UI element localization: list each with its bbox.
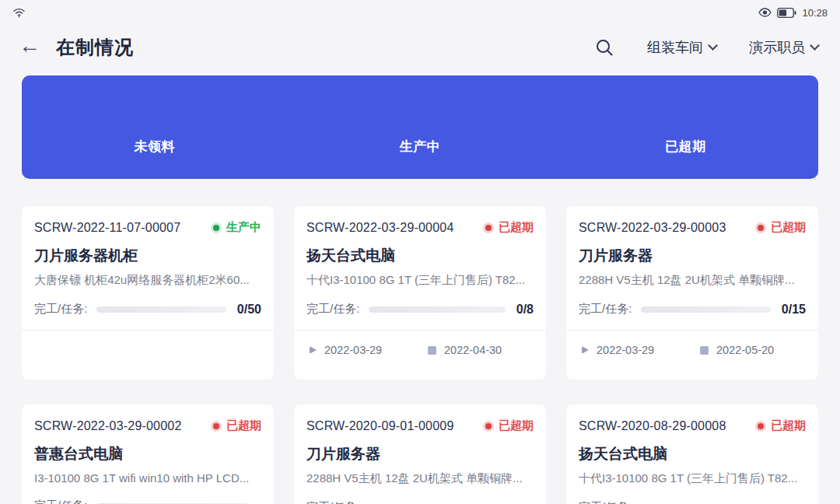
page-header: ← 在制情况 组装车间 演示职员 bbox=[0, 20, 840, 65]
staff-dropdown-label: 演示职员 bbox=[749, 38, 805, 57]
product-description: I3-10100 8G 1T wifi win10 with HP LCD... bbox=[22, 471, 274, 485]
product-description: 十代I3-10100 8G 1T (三年上门售后) T82... bbox=[566, 471, 818, 486]
workshop-dropdown[interactable]: 组装车间 bbox=[647, 38, 716, 57]
progress-label: 完工/任务: bbox=[34, 302, 87, 317]
status-dot-icon bbox=[485, 225, 492, 231]
battery-icon bbox=[777, 8, 796, 18]
progress-row: 完工/任务: bbox=[22, 499, 274, 504]
status-label: 已超期 bbox=[771, 220, 806, 235]
cards-grid: SCRW-2022-11-07-00007 生产中 刀片服务器机柜 大唐保镖 机… bbox=[22, 206, 818, 504]
status-label: 已超期 bbox=[226, 418, 261, 433]
status-label: 已超期 bbox=[771, 418, 806, 433]
back-button[interactable]: ← bbox=[19, 35, 40, 57]
progress-label: 完工/任务: bbox=[579, 500, 632, 504]
progress-row: 完工/任务: 0/50 bbox=[22, 302, 274, 317]
status-badge: 已超期 bbox=[485, 418, 534, 433]
start-date-group: 2022-03-29 bbox=[310, 344, 390, 356]
product-description: 2288H V5主机 12盘 2U机架式 单颗铜牌... bbox=[566, 273, 818, 288]
card-top-row: SCRW-2022-03-29-00004 已超期 bbox=[294, 206, 546, 235]
start-date-group: 2022-03-29 bbox=[582, 344, 663, 356]
status-badge: 已超期 bbox=[213, 418, 261, 433]
status-badge: 已超期 bbox=[758, 220, 806, 235]
progress-row: 完工/任务: bbox=[294, 500, 546, 504]
stop-icon bbox=[700, 346, 709, 355]
progress-value: 0/8 bbox=[516, 303, 534, 317]
card-footer: 2022-03-29 2022-04-30 bbox=[294, 331, 546, 369]
product-title: 刀片服务器机柜 bbox=[22, 246, 274, 266]
card-top-row: SCRW-2022-11-07-00007 生产中 bbox=[22, 206, 274, 235]
work-order-card[interactable]: SCRW-2020-08-29-00008 已超期 扬天台式电脑 十代I3-10… bbox=[566, 404, 818, 504]
start-date-group bbox=[37, 346, 118, 354]
product-title: 扬天台式电脑 bbox=[566, 444, 818, 464]
progress-row: 完工/任务: bbox=[566, 500, 818, 504]
card-top-row: SCRW-2022-03-29-00003 已超期 bbox=[566, 206, 818, 235]
status-dot-icon bbox=[213, 225, 219, 231]
status-label: 已超期 bbox=[499, 220, 534, 235]
status-bar: 10:28 bbox=[0, 0, 840, 20]
tab-in-production[interactable]: 生产中 bbox=[287, 75, 552, 179]
status-dot-icon bbox=[758, 423, 764, 429]
chevron-down-icon bbox=[810, 40, 820, 51]
product-description: 2288H V5主机 12盘 2U机架式 单颗铜牌... bbox=[294, 471, 546, 486]
work-order-card[interactable]: SCRW-2022-03-29-00004 已超期 扬天台式电脑 十代I3-10… bbox=[294, 206, 546, 380]
progress-bar bbox=[369, 306, 505, 313]
status-dot-icon bbox=[485, 423, 492, 429]
order-code: SCRW-2022-11-07-00007 bbox=[34, 221, 180, 235]
workshop-dropdown-label: 组装车间 bbox=[647, 38, 703, 57]
start-date: 2022-03-29 bbox=[324, 344, 382, 356]
status-badge: 生产中 bbox=[213, 220, 261, 235]
card-footer bbox=[22, 331, 274, 369]
end-date-group bbox=[156, 346, 236, 355]
end-date-group: 2022-04-30 bbox=[428, 344, 509, 356]
product-title: 刀片服务器 bbox=[294, 444, 546, 464]
card-top-row: SCRW-2022-03-29-00002 已超期 bbox=[22, 404, 274, 433]
progress-label: 完工/任务: bbox=[34, 499, 87, 504]
order-code: SCRW-2020-09-01-00009 bbox=[306, 419, 454, 433]
product-title: 刀片服务器 bbox=[566, 246, 818, 266]
progress-label: 完工/任务: bbox=[579, 302, 632, 317]
chevron-down-icon bbox=[708, 40, 718, 51]
progress-bar bbox=[641, 306, 771, 313]
page-title: 在制情况 bbox=[56, 35, 134, 60]
play-icon bbox=[582, 346, 589, 354]
staff-dropdown[interactable]: 演示职员 bbox=[749, 38, 818, 57]
product-description: 十代I3-10100 8G 1T (三年上门售后) T82... bbox=[294, 273, 546, 288]
card-footer: 2022-03-29 2022-05-20 bbox=[566, 331, 818, 369]
stop-icon bbox=[428, 346, 436, 355]
order-code: SCRW-2020-08-29-00008 bbox=[579, 419, 726, 433]
tab-not-picked[interactable]: 未领料 bbox=[22, 75, 287, 179]
card-top-row: SCRW-2020-09-01-00009 已超期 bbox=[294, 404, 546, 433]
progress-label: 完工/任务: bbox=[306, 302, 359, 317]
progress-value: 0/50 bbox=[237, 303, 261, 317]
play-icon bbox=[310, 346, 317, 354]
status-dot-icon bbox=[758, 225, 764, 231]
product-title: 普惠台式电脑 bbox=[22, 444, 274, 464]
product-description: 大唐保镖 机柜42u网络服务器机柜2米60... bbox=[22, 273, 274, 288]
status-badge: 已超期 bbox=[485, 220, 534, 235]
status-dot-icon bbox=[213, 423, 219, 429]
tab-overdue[interactable]: 已超期 bbox=[553, 75, 818, 179]
summary-banner: 未领料 生产中 已超期 bbox=[22, 75, 818, 179]
status-label: 生产中 bbox=[226, 220, 261, 235]
start-date: 2022-03-29 bbox=[597, 344, 654, 356]
card-top-row: SCRW-2020-08-29-00008 已超期 bbox=[566, 404, 818, 433]
work-order-card[interactable]: SCRW-2022-03-29-00003 已超期 刀片服务器 2288H V5… bbox=[566, 206, 818, 380]
wifi-icon bbox=[12, 7, 26, 18]
search-icon bbox=[594, 37, 614, 58]
progress-row: 完工/任务: 0/15 bbox=[566, 302, 818, 317]
work-order-card[interactable]: SCRW-2022-11-07-00007 生产中 刀片服务器机柜 大唐保镖 机… bbox=[22, 206, 274, 380]
eye-icon bbox=[758, 8, 772, 17]
work-order-card[interactable]: SCRW-2020-09-01-00009 已超期 刀片服务器 2288H V5… bbox=[294, 404, 546, 504]
end-date: 2022-05-20 bbox=[716, 344, 774, 356]
search-button[interactable] bbox=[594, 37, 614, 58]
end-date: 2022-04-30 bbox=[444, 344, 502, 356]
status-label: 已超期 bbox=[499, 418, 534, 433]
progress-bar bbox=[96, 306, 226, 313]
order-code: SCRW-2022-03-29-00004 bbox=[306, 221, 454, 235]
progress-row: 完工/任务: 0/8 bbox=[294, 302, 546, 317]
progress-label: 完工/任务: bbox=[306, 500, 359, 504]
end-date-group: 2022-05-20 bbox=[700, 344, 781, 356]
progress-value: 0/15 bbox=[782, 303, 806, 317]
work-order-card[interactable]: SCRW-2022-03-29-00002 已超期 普惠台式电脑 I3-1010… bbox=[22, 404, 274, 504]
status-badge: 已超期 bbox=[758, 418, 806, 433]
